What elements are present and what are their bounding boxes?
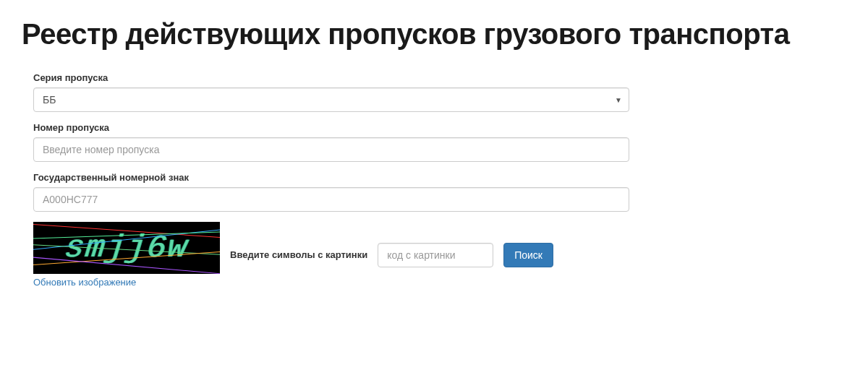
series-label: Серия пропуска [33,72,835,83]
field-plate: Государственный номерной знак [33,172,835,212]
captcha-column: smjj6w Обновить изображение [33,222,220,288]
captcha-row: smjj6w Обновить изображение Введите симв… [33,222,835,288]
plate-label: Государственный номерной знак [33,172,835,183]
number-label: Номер пропуска [33,122,835,133]
captcha-prompt-label: Введите символы с картинки [230,249,367,260]
field-number: Номер пропуска [33,122,835,162]
series-select-wrapper: ББ ▼ [33,87,629,112]
search-button[interactable]: Поиск [503,243,553,267]
number-input[interactable] [33,137,629,162]
captcha-image: smjj6w [33,222,220,274]
plate-input[interactable] [33,187,629,212]
field-series: Серия пропуска ББ ▼ [33,72,835,112]
captcha-input[interactable] [378,243,493,267]
series-select[interactable]: ББ [33,87,629,112]
search-form: Серия пропуска ББ ▼ Номер пропуска Госуд… [22,72,846,288]
captcha-refresh-link[interactable]: Обновить изображение [33,277,220,288]
page-title: Реестр действующих пропусков грузового т… [22,17,846,51]
